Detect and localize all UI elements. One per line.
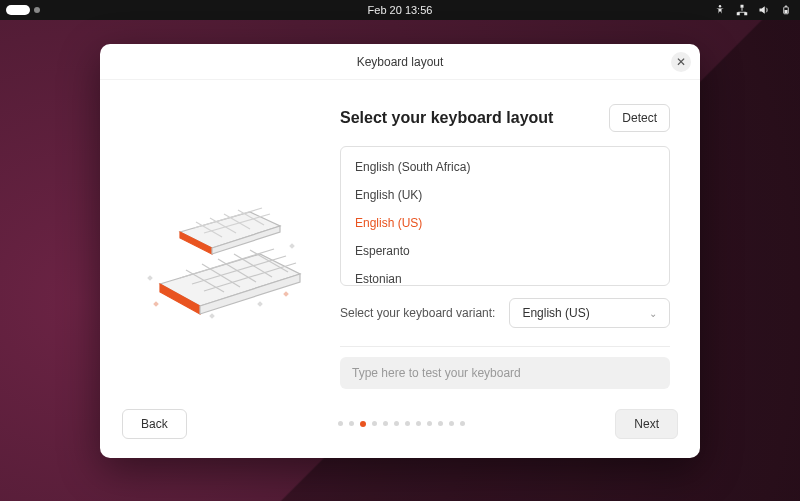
layout-listbox[interactable]: English (South Africa) English (UK) Engl… bbox=[340, 146, 670, 286]
layout-option-selected[interactable]: English (US) bbox=[341, 209, 669, 237]
volume-icon bbox=[758, 4, 770, 16]
dialog-header: Keyboard layout ✕ bbox=[100, 44, 700, 80]
status-area[interactable] bbox=[714, 0, 792, 20]
power-icon bbox=[780, 4, 792, 16]
dialog-title: Keyboard layout bbox=[357, 55, 444, 69]
svg-rect-1 bbox=[741, 5, 744, 8]
keyboard-illustration bbox=[130, 104, 330, 394]
variant-select[interactable]: English (US) ⌄ bbox=[509, 298, 670, 328]
accessibility-icon bbox=[714, 4, 726, 16]
variant-value: English (US) bbox=[522, 306, 589, 320]
layout-option[interactable]: Esperanto bbox=[341, 237, 669, 265]
svg-rect-30 bbox=[257, 301, 263, 307]
layout-option[interactable]: Estonian bbox=[341, 265, 669, 286]
layout-option[interactable]: English (South Africa) bbox=[341, 153, 669, 181]
clock-datetime[interactable]: Feb 20 13:56 bbox=[368, 4, 433, 16]
svg-rect-32 bbox=[283, 291, 289, 297]
activities-corner[interactable] bbox=[6, 0, 40, 20]
svg-point-0 bbox=[719, 5, 721, 7]
svg-rect-28 bbox=[289, 243, 295, 249]
svg-rect-27 bbox=[147, 275, 153, 281]
divider bbox=[340, 346, 670, 347]
panel-heading: Select your keyboard layout bbox=[340, 109, 553, 127]
svg-rect-31 bbox=[153, 301, 159, 307]
keyboard-layers-icon bbox=[140, 174, 320, 324]
next-button[interactable]: Next bbox=[615, 409, 678, 439]
back-button[interactable]: Back bbox=[122, 409, 187, 439]
variant-label: Select your keyboard variant: bbox=[340, 306, 495, 320]
detect-button[interactable]: Detect bbox=[609, 104, 670, 132]
workspace-dot-icon bbox=[34, 7, 40, 13]
close-button[interactable]: ✕ bbox=[671, 52, 691, 72]
keyboard-test-input[interactable] bbox=[340, 357, 670, 389]
gnome-top-bar: Feb 20 13:56 bbox=[0, 0, 800, 20]
activities-pill-icon bbox=[6, 5, 30, 15]
layout-option[interactable]: English (UK) bbox=[341, 181, 669, 209]
dialog-body: Select your keyboard layout Detect Engli… bbox=[100, 80, 700, 402]
close-icon: ✕ bbox=[676, 55, 686, 69]
svg-rect-5 bbox=[785, 6, 787, 8]
keyboard-panel: Select your keyboard layout Detect Engli… bbox=[330, 104, 670, 394]
step-pager bbox=[338, 421, 465, 427]
network-wired-icon bbox=[736, 4, 748, 16]
svg-rect-6 bbox=[785, 10, 788, 13]
svg-rect-29 bbox=[209, 313, 215, 319]
dialog-footer: Back Next bbox=[100, 402, 700, 458]
installer-dialog: Keyboard layout ✕ bbox=[100, 44, 700, 458]
chevron-down-icon: ⌄ bbox=[649, 308, 657, 319]
